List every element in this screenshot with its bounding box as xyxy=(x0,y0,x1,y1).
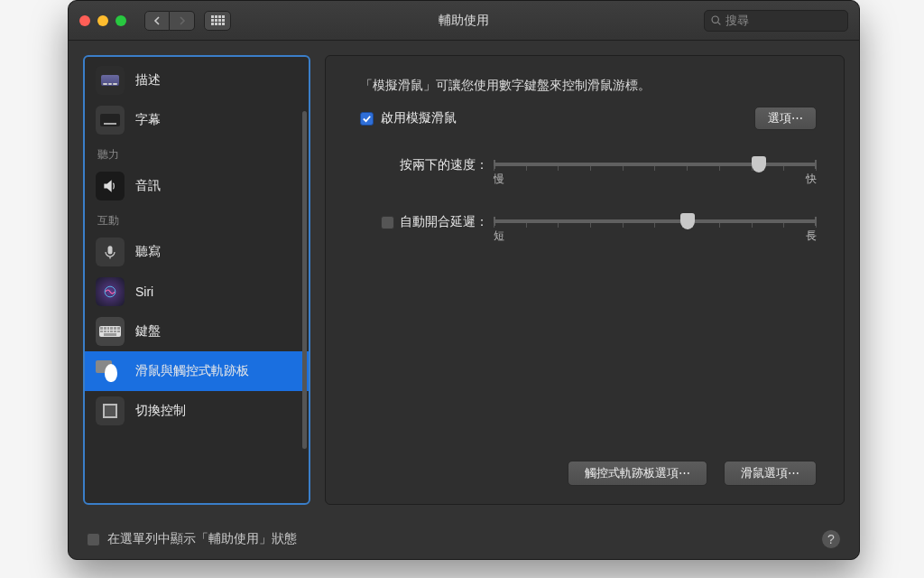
titlebar: 輔助使用 搜尋 xyxy=(69,1,859,41)
mouse-options-button[interactable]: 滑鼠選項⋯ xyxy=(724,461,817,486)
sidebar-item-subtitles[interactable]: 字幕 xyxy=(85,100,309,140)
svg-rect-2 xyxy=(108,246,113,254)
svg-point-0 xyxy=(712,16,718,23)
sidebar-item-keyboard[interactable]: 鍵盤 xyxy=(85,312,309,351)
trackpad-options-button[interactable]: 觸控式軌跡板選項⋯ xyxy=(568,461,707,486)
show-status-label: 在選單列中顯示「輔助使用」狀態 xyxy=(107,531,297,547)
sidebar-item-label: 字幕 xyxy=(135,112,161,128)
sidebar-item-siri[interactable]: Siri xyxy=(85,272,309,312)
search-icon xyxy=(710,14,722,26)
description-icon xyxy=(96,66,125,95)
minimize-window-button[interactable] xyxy=(97,15,108,26)
window-title: 輔助使用 xyxy=(439,13,489,29)
close-window-button[interactable] xyxy=(79,15,90,26)
slider-track[interactable] xyxy=(494,163,817,166)
sidebar[interactable]: 描述字幕聽力音訊互動聽寫Siri鍵盤滑鼠與觸控式軌跡板切換控制 xyxy=(83,55,310,505)
siri-icon xyxy=(96,277,125,306)
check-icon xyxy=(362,114,372,124)
sidebar-item-label: Siri xyxy=(135,284,153,299)
slider-max-label: 長 xyxy=(806,228,817,244)
slider-checkbox[interactable] xyxy=(381,216,394,229)
slider-row-0: 按兩下的速度：慢快 xyxy=(353,157,817,187)
sidebar-category: 互動 xyxy=(85,206,309,232)
slider-min-label: 慢 xyxy=(494,172,504,187)
mouse-trackpad-icon xyxy=(96,357,125,386)
preferences-window: 輔助使用 搜尋 描述字幕聽力音訊互動聽寫Siri鍵盤滑鼠與觸控式軌跡板切換控制 … xyxy=(68,0,860,560)
enable-mouse-keys-label: 啟用模擬滑鼠 xyxy=(381,110,457,126)
forward-button[interactable] xyxy=(170,11,195,31)
search-placeholder: 搜尋 xyxy=(725,13,749,29)
switch-control-icon xyxy=(96,396,125,425)
zoom-window-button[interactable] xyxy=(116,15,126,26)
sidebar-item-label: 音訊 xyxy=(135,178,161,194)
show-status-checkbox[interactable] xyxy=(87,533,100,546)
footer: 在選單列中顯示「輔助使用」狀態 ? xyxy=(69,519,859,559)
slider-max-label: 快 xyxy=(806,172,817,187)
sidebar-item-label: 鍵盤 xyxy=(135,323,161,340)
sidebar-item-label: 描述 xyxy=(135,72,161,89)
content-area: 描述字幕聽力音訊互動聽寫Siri鍵盤滑鼠與觸控式軌跡板切換控制 「模擬滑鼠」可讓… xyxy=(69,41,859,519)
audio-icon xyxy=(96,172,125,200)
slider-label: 按兩下的速度： xyxy=(353,157,488,173)
slider-track[interactable] xyxy=(494,219,817,223)
subtitles-icon xyxy=(96,106,125,135)
slider-label: 自動開合延遲： xyxy=(400,214,488,230)
sidebar-item-audio[interactable]: 音訊 xyxy=(85,166,309,206)
options-button[interactable]: 選項⋯ xyxy=(754,107,817,130)
slider-thumb[interactable] xyxy=(752,156,766,172)
keyboard-icon xyxy=(96,317,125,346)
sidebar-item-description[interactable]: 描述 xyxy=(85,61,309,100)
nav-buttons xyxy=(144,11,195,31)
sidebar-item-mouse[interactable]: 滑鼠與觸控式軌跡板 xyxy=(85,351,309,391)
sidebar-item-dictation[interactable]: 聽寫 xyxy=(85,232,309,272)
sidebar-item-label: 滑鼠與觸控式軌跡板 xyxy=(135,363,249,379)
sidebar-item-label: 切換控制 xyxy=(135,403,186,419)
pane-description: 「模擬滑鼠」可讓您使用數字鍵盤來控制滑鼠游標。 xyxy=(353,78,817,94)
svg-line-1 xyxy=(718,23,721,25)
dictation-icon xyxy=(96,238,125,266)
search-field[interactable]: 搜尋 xyxy=(704,10,848,32)
grid-icon xyxy=(211,15,225,25)
sidebar-category: 聽力 xyxy=(85,140,309,166)
scrollbar[interactable] xyxy=(302,111,307,449)
slider-min-label: 短 xyxy=(494,228,504,244)
help-button[interactable]: ? xyxy=(821,529,841,549)
sidebar-item-label: 聽寫 xyxy=(135,244,161,260)
show-all-prefs-button[interactable] xyxy=(204,11,231,31)
settings-pane: 「模擬滑鼠」可讓您使用數字鍵盤來控制滑鼠游標。 啟用模擬滑鼠 選項⋯ 按兩下的速… xyxy=(325,55,845,505)
slider-row-1: 自動開合延遲：短長 xyxy=(353,214,817,244)
slider-thumb[interactable] xyxy=(680,213,695,229)
enable-mouse-keys-checkbox[interactable] xyxy=(360,112,374,126)
back-button[interactable] xyxy=(144,11,170,31)
sidebar-item-switch[interactable]: 切換控制 xyxy=(85,391,309,431)
traffic-lights xyxy=(79,15,126,26)
